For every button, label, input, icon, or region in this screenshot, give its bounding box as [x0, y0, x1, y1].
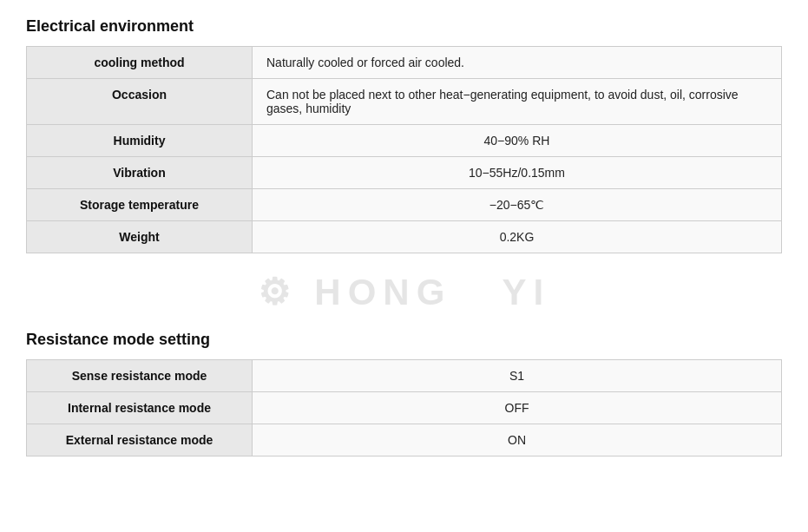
table2-value-0: S1 [253, 360, 782, 392]
table1-value-1: Can not be placed next to other heat−gen… [253, 79, 782, 125]
table2-value-1: OFF [253, 392, 782, 424]
table2-label-1: Internal resistance mode [27, 392, 253, 424]
section2-title: Resistance mode setting [26, 331, 782, 349]
table1-value-5: 0.2KG [253, 221, 782, 253]
watermark: ⚙ HONG YI [26, 271, 782, 313]
table1-label-3: Vibration [27, 157, 253, 189]
table1-value-3: 10−55Hz/0.15mm [253, 157, 782, 189]
table2-label-2: External resistance mode [27, 424, 253, 456]
table1-value-4: −20−65℃ [253, 189, 782, 221]
table2-value-2: ON [253, 424, 782, 456]
section1-title: Electrical environment [26, 17, 782, 36]
table1-value-2: 40−90% RH [253, 125, 782, 157]
resistance-mode-table: Sense resistance modeS1Internal resistan… [26, 359, 782, 456]
table1-label-1: Occasion [27, 79, 253, 125]
table1-label-0: cooling method [27, 47, 253, 79]
table1-label-5: Weight [27, 221, 253, 253]
table1-value-0: Naturally cooled or forced air cooled. [253, 47, 782, 79]
table1-label-2: Humidity [27, 125, 253, 157]
electrical-environment-table: cooling methodNaturally cooled or forced… [26, 46, 782, 253]
table2-label-0: Sense resistance mode [27, 360, 253, 392]
table1-label-4: Storage temperature [27, 189, 253, 221]
